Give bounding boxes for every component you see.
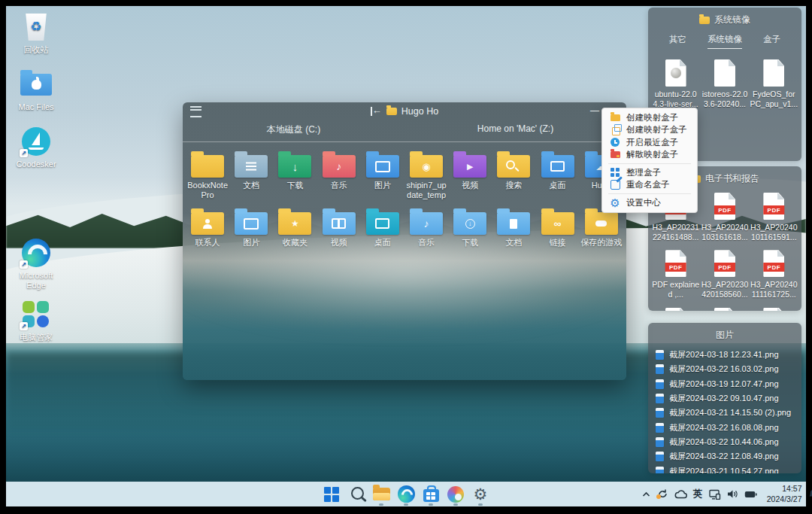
list-item[interactable]: 截屏2024-03-18 12.23.41.png: [656, 348, 794, 362]
file-item-fydeos[interactable]: FydeOS_for PC_apu_v1...: [750, 59, 798, 109]
list-item[interactable]: 截屏2024-03-22 16.08.08.png: [656, 420, 794, 434]
pdf-file-item[interactable]: [701, 308, 749, 312]
folder-item-bookxnote[interactable]: BookxNote Pro: [186, 150, 229, 199]
context-menu: 创建映射盒子 创建映射子盒子 开启最近盒子 解散映射盒子 整理盒子 重命名盒子 …: [601, 108, 698, 213]
file-explorer-button[interactable]: [371, 482, 391, 506]
tab-boxes[interactable]: 盒子: [763, 34, 780, 49]
pdf-file-item[interactable]: PDF H3_AP20230420158560...: [701, 250, 749, 300]
start-button[interactable]: [322, 482, 341, 506]
folder-item-links[interactable]: 链接: [536, 207, 580, 248]
folder-item-downloads2[interactable]: 下载: [448, 207, 492, 248]
folder-item-desktop[interactable]: 桌面: [536, 150, 580, 199]
clock-date: 2024/3/27: [763, 494, 802, 505]
pdf-file-item[interactable]: [652, 308, 700, 312]
desktop-icon-label: 电脑管家: [20, 333, 53, 342]
folder-item-documents[interactable]: 文档: [229, 150, 273, 199]
pdf-file-item[interactable]: PDF PDF explained ,...: [652, 250, 700, 300]
search-button[interactable]: [347, 482, 366, 506]
desktop-icon-label: Coodesker: [16, 160, 56, 169]
menu-item-settings-center[interactable]: 设置中心: [602, 196, 697, 209]
folder-item-downloads[interactable]: 下载: [273, 150, 317, 199]
gear-icon: [474, 486, 488, 502]
folder-item-videos2[interactable]: 视频: [317, 207, 361, 248]
links-folder-icon: [541, 212, 574, 235]
panel-header[interactable]: 系统镜像: [648, 8, 801, 26]
desktop-icon-coodesker[interactable]: Coodesker: [11, 126, 62, 169]
onedrive-cloud-icon[interactable]: [674, 490, 687, 499]
desktop-folder-icon: [541, 155, 574, 178]
pdf-file-icon: PDF: [763, 193, 784, 220]
file-icon: [763, 59, 784, 87]
pictures-folder-icon: [366, 155, 399, 178]
pdf-file-item[interactable]: PDF H3_AP20240111161725...: [750, 250, 798, 300]
desktop-icon-microsoft-edge[interactable]: Microsoft Edge: [11, 238, 62, 290]
folder-item-contacts[interactable]: 联系人: [186, 207, 229, 248]
list-item[interactable]: 截屏2024-03-22 16.03.02.png: [656, 362, 794, 376]
pdf-file-item[interactable]: PDF H3_AP20240103161618...: [701, 193, 749, 242]
folder-row-1: BookxNote Pro 文档 下载 音乐 图片 shipin7_update…: [183, 150, 626, 199]
pdf-file-icon: PDF: [665, 250, 686, 277]
downloads-folder-icon: [453, 212, 486, 235]
desktop-icon-pc-manager[interactable]: 电脑管家: [11, 300, 62, 342]
list-item[interactable]: 截屏2024-03-21 10.54.27.png: [656, 464, 794, 473]
folder-item-desktop2[interactable]: 桌面: [361, 207, 404, 248]
folder-item-favorites[interactable]: 收藏夹: [273, 207, 317, 248]
speaker-icon[interactable]: [727, 489, 738, 499]
desktop-icon-mac-files[interactable]: Mac Files: [11, 69, 62, 112]
folder-item-saved-games[interactable]: 保存的游戏: [580, 207, 623, 248]
ime-language-indicator[interactable]: 英: [693, 488, 703, 500]
list-item[interactable]: 截屏2024-03-22 12.08.49.png: [656, 449, 794, 464]
list-item[interactable]: 截屏2024-03-21 14.15.50 (2).png: [656, 406, 794, 420]
menu-item-organize-boxes[interactable]: 整理盒子: [602, 166, 697, 179]
list-item[interactable]: 截屏2024-03-22 10.44.06.png: [656, 435, 794, 449]
folder-item-music2[interactable]: 音乐: [404, 207, 448, 248]
store-button[interactable]: [421, 482, 441, 506]
menu-item-create-mapped-subbox[interactable]: 创建映射子盒子: [602, 124, 697, 137]
running-indicator: [478, 503, 483, 506]
image-file-icon: [656, 394, 664, 403]
back-to-start-icon[interactable]: [371, 107, 382, 116]
menu-item-create-mapped-box[interactable]: 创建映射盒子: [602, 111, 697, 124]
folder-item-search[interactable]: 搜索: [492, 150, 535, 199]
folder-item-pictures[interactable]: 图片: [361, 150, 404, 199]
videos-folder-icon: [453, 155, 486, 178]
menu-item-open-recent-box[interactable]: 开启最近盒子: [602, 136, 697, 149]
panel-header[interactable]: 图片: [648, 323, 801, 342]
pdf-file-icon: PDF: [714, 250, 735, 277]
folder-item-music[interactable]: 音乐: [317, 150, 361, 199]
pdf-file-item[interactable]: PDF H3_AP20240101161591...: [750, 193, 798, 242]
cast-screen-icon[interactable]: [709, 489, 721, 500]
menu-item-dissolve-mapped-box[interactable]: 解散映射盒子: [602, 149, 697, 162]
folder-item-documents2[interactable]: 文档: [492, 207, 535, 248]
taskbar-app-icons: [322, 482, 490, 506]
shortcut-arrow-icon: [20, 260, 28, 269]
panel-tabs: 其它 系统镜像 盒子: [648, 26, 801, 49]
pdf-file-item[interactable]: [750, 308, 798, 312]
list-item[interactable]: 截屏2024-03-22 09.10.47.png: [656, 391, 794, 406]
minimize-button[interactable]: —: [590, 105, 599, 116]
settings-button[interactable]: [471, 482, 490, 506]
paint-app-button[interactable]: [446, 482, 465, 506]
folder-item-videos[interactable]: 视频: [448, 150, 492, 199]
tab-system-images[interactable]: 系统镜像: [707, 34, 742, 49]
hidden-icons-chevron[interactable]: [642, 491, 650, 497]
window-titlebar[interactable]: Hugo Ho: [183, 102, 626, 120]
battery-icon[interactable]: [744, 491, 757, 498]
file-item-ubuntu-iso[interactable]: ubuntu-22.04.3-live-ser...: [652, 59, 700, 109]
edge-button[interactable]: [396, 482, 416, 506]
file-icon: [714, 308, 735, 312]
clock[interactable]: 14:57 2024/3/27: [763, 484, 802, 504]
running-indicator: [379, 503, 383, 506]
folder-item-shipin7[interactable]: shipin7_update_temp: [404, 150, 448, 199]
yellow-folder-icon: [191, 155, 224, 178]
menu-item-rename-box[interactable]: 重命名盒子: [602, 179, 697, 192]
file-item-istoreos[interactable]: istoreos-22.03.6-20240...: [701, 59, 749, 109]
tab-other[interactable]: 其它: [669, 34, 686, 49]
fence-panel-pictures: 图片 截屏2024-03-18 12.23.41.png 截屏2024-03-2…: [648, 323, 801, 473]
sync-icon[interactable]: [656, 488, 668, 500]
hamburger-menu-icon[interactable]: [190, 106, 201, 117]
desktop-icon-recycle-bin[interactable]: 回收站: [11, 12, 62, 55]
notification-bell-icon[interactable]: [808, 488, 812, 500]
list-item[interactable]: 截屏2024-03-19 12.07.47.png: [656, 377, 794, 391]
folder-item-pictures2[interactable]: 图片: [229, 207, 273, 248]
